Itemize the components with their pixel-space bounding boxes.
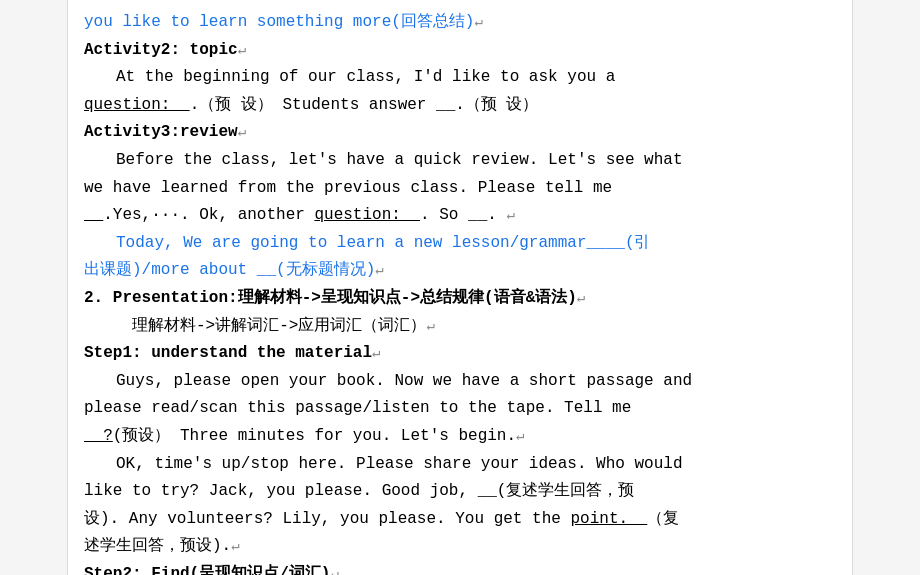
activity3-body1: Before the class, let's have a quick rev… (84, 148, 836, 174)
indent-3 (84, 231, 116, 257)
step1-label: Step1: understand the material (84, 344, 372, 362)
activity2-body: At the beginning of our class, I'd like … (84, 65, 836, 91)
presentation-label: 2. Presentation:理解材料->呈现知识点->总结规律(语音&语法) (84, 289, 577, 307)
activity3-body2: we have learned from the previous class.… (84, 176, 836, 202)
step2-heading: Step2: Find(呈现知识点/词汇)↵ (84, 562, 836, 575)
underline-point: point. (570, 510, 647, 528)
content-area: you like to learn something more(回答总结)↵ … (68, 0, 852, 575)
today-line1: Today, We are going to learn a new lesso… (84, 231, 836, 257)
step1-heading: Step1: understand the material↵ (84, 341, 836, 367)
step1-body1: Guys, please open your book. Now we have… (84, 369, 836, 395)
underline-question1: question: (84, 96, 190, 114)
step2-label: Step2: Find(呈现知识点/词汇) (84, 565, 330, 575)
line-you-like: you like to learn something more(回答总结)↵ (84, 10, 836, 36)
activity3-body3: __.Yes,···. Ok, another question: . So _… (84, 203, 836, 229)
activity3-label: Activity3:review (84, 123, 238, 141)
return-7: ↵ (426, 318, 434, 334)
ok-time-body1: OK, time's up/stop here. Please share yo… (84, 452, 836, 478)
return-4: ↵ (506, 207, 514, 223)
underline-blank1: __ (84, 206, 103, 224)
step1-body3: __?(预设） Three minutes for you. Let's beg… (84, 424, 836, 450)
return-9: ↵ (516, 428, 524, 444)
underline-blank2: __? (84, 427, 113, 445)
activity2-body2: question: .（预 设） Students answer __.（预 设… (84, 93, 836, 119)
presentation-heading: 2. Presentation:理解材料->呈现知识点->总结规律(语音&语法)… (84, 286, 836, 312)
presentation-sub: 理解材料->讲解词汇->应用词汇（词汇）↵ (84, 314, 836, 340)
right-margin (852, 0, 920, 575)
ok-time-body2: like to try? Jack, you please. Good job,… (84, 479, 836, 505)
link-huida[interactable]: you like to learn something more(回答总结) (84, 13, 474, 31)
underline-question2: question: (314, 206, 420, 224)
link-today[interactable]: Today, We are going to learn a new lesso… (116, 234, 650, 252)
ok-time-body3: 设). Any volunteers? Lily, you please. Yo… (84, 507, 836, 533)
left-margin (0, 0, 68, 575)
page-container: you like to learn something more(回答总结)↵ … (0, 0, 920, 575)
activity2-heading: Activity2: topic↵ (84, 38, 836, 64)
return-10: ↵ (231, 538, 239, 554)
return-11: ↵ (330, 566, 338, 575)
return-1: ↵ (474, 14, 482, 30)
return-8: ↵ (372, 345, 380, 361)
ok-time-body4: 述学生回答，预设).↵ (84, 534, 836, 560)
return-5: ↵ (375, 262, 383, 278)
today-line2: 出课题)/more about __(无标题情况)↵ (84, 258, 836, 284)
return-3: ↵ (238, 124, 246, 140)
activity3-heading: Activity3:review↵ (84, 120, 836, 146)
step1-body2: please read/scan this passage/listen to … (84, 396, 836, 422)
return-6: ↵ (577, 290, 585, 306)
link-today2[interactable]: 出课题)/more about __(无标题情况) (84, 261, 375, 279)
return-2: ↵ (238, 42, 246, 58)
activity2-label: Activity2: topic (84, 41, 238, 59)
